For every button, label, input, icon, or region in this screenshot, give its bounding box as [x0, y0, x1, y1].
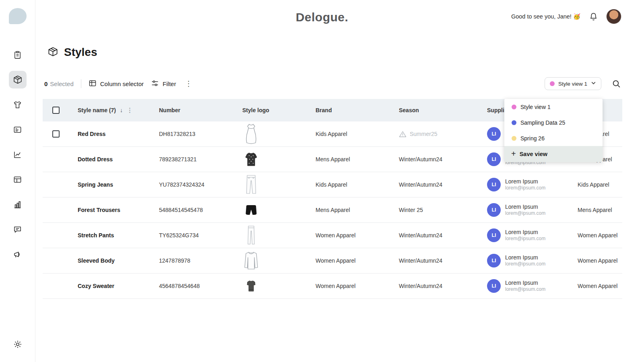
supplier-avatar: LI	[487, 178, 501, 191]
view-color-dot	[512, 105, 516, 109]
row-checkbox[interactable]	[52, 130, 60, 138]
sidebar-item-chat[interactable]	[9, 220, 27, 238]
sidebar-item-settings[interactable]	[9, 335, 27, 353]
filter-icon	[151, 79, 159, 88]
supplier-name: Lorem Ipsum	[505, 279, 545, 286]
pants-outline-icon	[242, 225, 260, 245]
supplier: LILorem Ipsumlorem@ipsum.com	[481, 279, 572, 293]
dress-outline-icon	[242, 123, 260, 144]
gear-icon	[13, 339, 23, 349]
bar-chart-icon	[13, 200, 22, 209]
supplier: LILorem Ipsumlorem@ipsum.com	[481, 254, 572, 267]
style-view-button[interactable]: Style view 1	[545, 77, 601, 90]
supplier: LILorem Ipsumlorem@ipsum.com	[481, 203, 572, 217]
supplier-avatar: LI	[487, 152, 501, 166]
column-header-style-name[interactable]: Style name (7)	[78, 107, 116, 113]
brand: Women Apparel	[310, 257, 393, 264]
view-dropdown: Style view 1Sampling Data 25Spring 26 + …	[504, 99, 603, 162]
sidebar-item-megaphone[interactable]	[9, 245, 27, 263]
table-row[interactable]: Stretch PantsTY625324G734Women ApparelWi…	[43, 223, 622, 248]
clipboard-icon	[13, 50, 22, 60]
brand: Kids Apparel	[310, 131, 393, 137]
season: Summer25	[393, 131, 481, 138]
column-selector-button[interactable]: Column selector	[89, 79, 144, 88]
column-header-brand[interactable]: Brand	[310, 107, 393, 113]
style-name[interactable]: Dotted Dress	[78, 156, 113, 162]
view-option-label: Spring 26	[520, 135, 545, 142]
supplier-avatar: LI	[487, 127, 501, 141]
view-option[interactable]: Spring 26	[504, 130, 603, 146]
filter-button[interactable]: Filter	[151, 79, 176, 88]
style-number: 789238271321	[153, 156, 236, 162]
column-selector-label: Column selector	[100, 80, 144, 87]
sidebar-item-clipboard[interactable]	[9, 46, 27, 64]
delogue-logo[interactable]	[9, 8, 27, 24]
select-all-checkbox[interactable]	[52, 107, 60, 114]
trousers-dark-icon	[242, 205, 260, 215]
column-header-season[interactable]: Season	[393, 107, 481, 113]
style-name[interactable]: Red Dress	[78, 131, 105, 137]
style-number: YU782374324324	[153, 181, 236, 188]
card-lines-icon	[13, 125, 22, 134]
kebab-icon[interactable]: ⋮	[183, 79, 194, 88]
sweater-dark-icon	[242, 280, 260, 292]
style-name[interactable]: Stretch Pants	[78, 232, 114, 239]
style-name[interactable]: Forest Trousers	[78, 207, 120, 213]
supplier-name: Lorem Ipsum	[505, 178, 545, 185]
sidebar-item-tshirt[interactable]	[9, 96, 27, 113]
season: Winter 25	[393, 207, 481, 213]
filter-label: Filter	[163, 80, 176, 87]
view-option[interactable]: Sampling Data 25	[504, 115, 603, 130]
sidebar	[0, 0, 35, 362]
brand: Mens Apparel	[310, 156, 393, 162]
style-number: 1247878978	[153, 257, 236, 264]
user-avatar[interactable]	[606, 9, 621, 24]
brand-secondary: Mens Apparel	[572, 207, 622, 213]
season: Winter/Autumn24	[393, 232, 481, 239]
sort-desc-icon[interactable]: ↓	[120, 107, 123, 113]
style-number: 54884514545478	[153, 207, 236, 213]
table-icon	[13, 175, 22, 184]
column-header-style-logo[interactable]: Style logo	[236, 107, 310, 113]
sidebar-item-line-chart[interactable]	[9, 146, 27, 163]
table-row[interactable]: Spring JeansYU782374324324Kids ApparelWi…	[43, 172, 622, 197]
chevron-down-icon	[591, 80, 596, 87]
view-option-label: Style view 1	[520, 104, 551, 110]
column-header-number[interactable]: Number	[153, 107, 236, 113]
view-option[interactable]: Style view 1	[504, 99, 603, 115]
column-kebab-icon[interactable]: ⋮	[127, 107, 133, 114]
style-number: DH817328213	[153, 131, 236, 137]
dotted-dress-icon	[242, 152, 260, 167]
supplier-email: lorem@ipsum.com	[505, 261, 545, 267]
sidebar-item-package[interactable]	[9, 71, 27, 88]
style-name[interactable]: Cozy Sweater	[78, 283, 114, 289]
sidebar-item-card-lines[interactable]	[9, 121, 27, 138]
table-row[interactable]: Cozy Sweater4564878454648Women ApparelWi…	[43, 274, 622, 299]
search-icon[interactable]	[611, 78, 621, 89]
selected-counter: 0Selected	[44, 80, 74, 87]
longsleeve-outline-icon	[242, 251, 260, 270]
line-chart-icon	[13, 150, 22, 159]
season: Winter/Autumn24	[393, 181, 481, 188]
top-right-group: Good to see you, Jane! 🥳	[511, 9, 621, 24]
chat-icon	[13, 225, 22, 234]
style-name[interactable]: Sleeved Body	[78, 257, 115, 264]
table-row[interactable]: Sleeved Body1247878978Women ApparelWinte…	[43, 248, 622, 274]
brand-secondary: Women Apparel	[572, 257, 622, 264]
sidebar-item-bar-chart[interactable]	[9, 195, 27, 213]
brand-secondary: Women Apparel	[572, 232, 622, 239]
sidebar-item-table[interactable]	[9, 171, 27, 188]
sidebar-nav	[9, 46, 27, 263]
brand: Kids Apparel	[310, 181, 393, 188]
toolbar-divider	[81, 79, 81, 88]
supplier-email: lorem@ipsum.com	[505, 286, 545, 293]
supplier-name: Lorem Ipsum	[505, 203, 545, 210]
view-option-label: Sampling Data 25	[520, 119, 565, 126]
save-view-button[interactable]: + Save view	[504, 146, 603, 162]
table-row[interactable]: Forest Trousers54884514545478Mens Appare…	[43, 197, 622, 223]
greeting-text: Good to see you, Jane! 🥳	[511, 13, 580, 20]
toolbar: 0Selected Column selector Filter ⋮	[44, 76, 621, 91]
bell-icon[interactable]	[588, 12, 598, 21]
style-name[interactable]: Spring Jeans	[78, 181, 113, 188]
page-title: Styles	[64, 46, 97, 59]
